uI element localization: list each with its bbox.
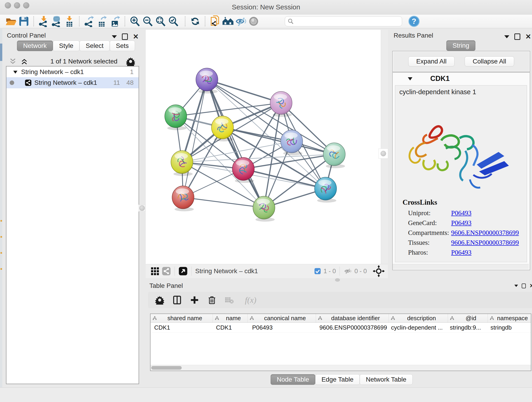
float-panel-icon[interactable]: [514, 285, 518, 287]
svg-text:?: ?: [412, 17, 416, 25]
export-network-icon[interactable]: [83, 15, 96, 27]
column-header[interactable]: @id: [448, 314, 488, 322]
crosslink-compartments-link[interactable]: 9606.ENSP00000378699: [451, 229, 519, 236]
crosslink-uniprot-link[interactable]: P06493: [451, 209, 472, 217]
network-options-gear-icon[interactable]: [126, 57, 135, 66]
results-tab-string[interactable]: String: [446, 40, 475, 51]
string-protein-query-icon[interactable]: [209, 15, 222, 27]
zoom-in-icon[interactable]: [128, 15, 141, 27]
table-scrollbar-track[interactable]: [151, 365, 531, 370]
table-scrollbar-thumb[interactable]: [151, 366, 182, 370]
control-panel-splitter-handle[interactable]: [139, 205, 146, 211]
home-icon[interactable]: [222, 15, 234, 27]
network-node-HIST1H1A[interactable]: [172, 186, 194, 211]
show-columns-icon[interactable]: [172, 295, 182, 305]
collection-expand-triangle-icon[interactable]: [13, 70, 18, 74]
import-network-file-icon[interactable]: [37, 15, 50, 27]
network-node-count: 11: [114, 79, 120, 86]
tab-sets[interactable]: Sets: [110, 41, 135, 51]
selected-checkbox-icon[interactable]: [314, 268, 321, 275]
tab-select[interactable]: Select: [80, 41, 110, 51]
help-icon[interactable]: ?: [408, 15, 420, 27]
node-table: shared name name canonical name database…: [150, 313, 531, 371]
window-title: Session: New Session: [0, 3, 532, 11]
expand-all-icon[interactable]: [20, 57, 28, 65]
network-node-RB1[interactable]: [323, 143, 345, 168]
zoom-fit-icon[interactable]: [154, 15, 167, 27]
crosslink-genecard-link[interactable]: P06493: [451, 219, 472, 227]
maximize-panel-icon[interactable]: [514, 33, 520, 40]
cell-namespace[interactable]: stringdb: [487, 323, 531, 332]
collapse-all-button[interactable]: Collapse All: [465, 56, 514, 66]
import-network-database-icon[interactable]: [50, 15, 63, 27]
zoom-out-icon[interactable]: [141, 15, 154, 27]
tab-network-table[interactable]: Network Table: [360, 374, 413, 385]
cell-shared-name[interactable]: CDK1: [151, 323, 212, 332]
table-header-row: shared name name canonical name database…: [151, 314, 531, 323]
network-row[interactable]: String Network – cdk1 11 48: [6, 77, 139, 88]
table-row[interactable]: CDK1 CDK1 P06493 9606.ENSP00000378699 cy…: [151, 323, 531, 333]
tab-node-table[interactable]: Node Table: [271, 374, 315, 385]
table-settings-gear-icon[interactable]: [154, 295, 165, 305]
results-entry-panel: CDK1 cyclin-dependent kinase 1: [392, 72, 530, 270]
tab-edge-table[interactable]: Edge Table: [315, 374, 360, 385]
network-share-gray-icon[interactable]: [162, 267, 171, 276]
export-image-icon[interactable]: [109, 15, 121, 27]
float-panel-icon[interactable]: [112, 35, 117, 38]
delete-column-trash-icon[interactable]: [207, 295, 217, 305]
entry-header[interactable]: CDK1: [393, 73, 530, 85]
cell-id[interactable]: stringdb:9...: [446, 323, 487, 332]
crosslink-tissues-link[interactable]: 9606.ENSP00000378699: [451, 239, 519, 246]
entry-collapse-triangle-icon[interactable]: [407, 76, 413, 81]
network-node-CDKN1A[interactable]: [315, 177, 336, 203]
tab-network[interactable]: Network: [17, 41, 53, 51]
import-table-file-icon[interactable]: [63, 15, 76, 27]
network-node-CDC25B[interactable]: [165, 105, 187, 130]
export-table-icon[interactable]: [96, 15, 109, 27]
control-panel-controls: ✕: [112, 33, 139, 40]
save-session-icon[interactable]: [17, 15, 30, 27]
results-splitter-handle[interactable]: [379, 148, 388, 159]
network-node-CCNA1[interactable]: [270, 91, 292, 117]
crosslink-pharos-link[interactable]: P06493: [451, 249, 472, 256]
network-node-CCNE1[interactable]: [253, 196, 275, 222]
open-session-icon[interactable]: [5, 15, 17, 27]
cell-name[interactable]: CDK1: [212, 323, 249, 332]
tab-style[interactable]: Style: [53, 41, 80, 51]
maximize-panel-icon[interactable]: [522, 283, 526, 288]
collapse-all-icon[interactable]: [9, 57, 17, 65]
refresh-view-icon[interactable]: [189, 15, 202, 27]
search-input[interactable]: [285, 16, 402, 26]
background-window-sliver: [0, 28, 2, 387]
add-column-icon[interactable]: [189, 295, 200, 305]
column-header[interactable]: description: [389, 314, 448, 322]
network-canvas[interactable]: CCNB2CCNA1CDC25BCDK1CDC6RB1CCNB1CCNA2CDK…: [146, 30, 381, 264]
float-panel-icon[interactable]: [504, 35, 509, 38]
maximize-panel-icon[interactable]: [122, 33, 128, 40]
network-node-CCNB1[interactable]: [171, 151, 193, 176]
network-collection-row[interactable]: String Network – cdk1 1: [6, 66, 139, 77]
column-header[interactable]: canonical name: [248, 314, 316, 322]
expand-all-button[interactable]: Expand All: [408, 56, 455, 66]
column-header[interactable]: namespace: [488, 314, 531, 322]
close-panel-icon[interactable]: ✕: [133, 34, 139, 39]
grid-view-icon[interactable]: [150, 267, 159, 276]
table-splitter-handle[interactable]: [335, 278, 340, 282]
birdseye-view-icon[interactable]: [178, 267, 188, 276]
column-header[interactable]: shared name: [151, 314, 213, 322]
crosslink-label: GeneCard:: [408, 219, 437, 226]
cell-description[interactable]: cyclin-dependent ...: [387, 323, 446, 332]
column-header[interactable]: name: [213, 314, 248, 322]
close-panel-icon[interactable]: ✕: [530, 283, 532, 288]
zoom-selected-icon[interactable]: [167, 15, 180, 27]
string-tab-label: String: [446, 40, 475, 51]
show-hide-graphics-details-icon[interactable]: [234, 15, 247, 27]
column-header[interactable]: database identifier: [316, 314, 389, 322]
cell-canonical-name[interactable]: P06493: [248, 323, 316, 332]
pan-crosshair-icon[interactable]: [373, 265, 385, 277]
search-field[interactable]: [294, 17, 399, 25]
network-node-CCNB2[interactable]: [196, 68, 218, 94]
results-scrollbar-track[interactable]: [393, 264, 529, 269]
cell-database-identifier[interactable]: 9606.ENSP00000378699: [316, 323, 387, 332]
close-panel-icon[interactable]: ✕: [525, 34, 531, 39]
